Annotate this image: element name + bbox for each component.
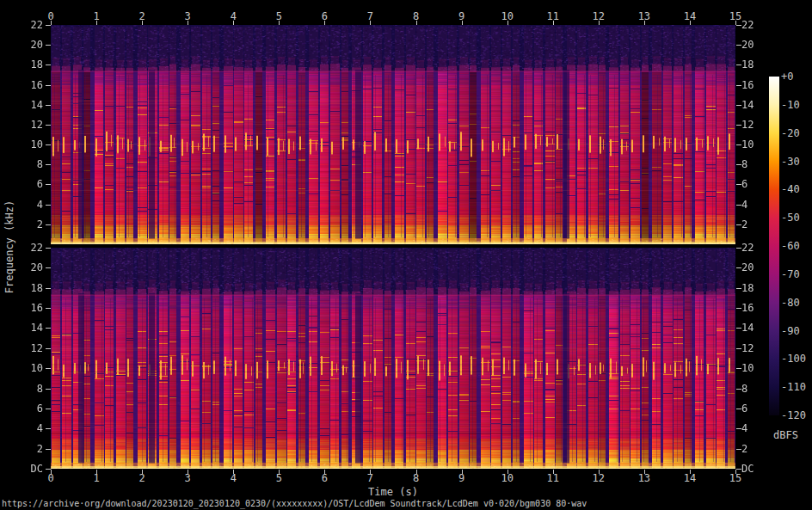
axis-tick (46, 389, 51, 390)
freq-tick-label-right: 18 (741, 59, 754, 70)
axis-tick (599, 21, 600, 25)
freq-tick-label-left: 2 (0, 219, 43, 230)
colorbar-gradient (769, 77, 779, 415)
time-tick-label-bottom: 6 (322, 473, 328, 483)
spectrogram-figure: Frequency (kHz) Time (s) dBFS https://ar… (0, 0, 812, 510)
axis-tick (46, 328, 51, 329)
colorbar-tick-label: -100 (781, 353, 806, 364)
colorbar-tick-label: -120 (781, 410, 806, 421)
freq-dc-label-right: DC (741, 464, 754, 474)
axis-tick (96, 21, 97, 25)
axis-tick (46, 248, 51, 249)
freq-tick-label-right: 16 (741, 80, 754, 90)
axis-tick (46, 267, 51, 268)
axis-tick (51, 21, 52, 25)
freq-tick-label-right: 8 (741, 384, 747, 394)
colorbar-tick-label: +0 (781, 71, 793, 82)
freq-tick-label-right: 4 (741, 200, 747, 210)
freq-tick-label-left: 8 (0, 384, 43, 394)
freq-tick-label-left: 20 (0, 40, 43, 50)
freq-tick-label-left: 22 (0, 20, 43, 30)
time-tick-label-bottom: 14 (684, 473, 696, 483)
axis-tick (46, 368, 51, 369)
axis-tick (46, 449, 51, 450)
freq-tick-label-right: 18 (741, 283, 754, 293)
axis-tick (370, 21, 371, 25)
time-tick-label-bottom: 13 (638, 473, 650, 483)
axis-tick (508, 21, 508, 25)
freq-tick-label-left: 16 (0, 303, 43, 313)
freq-tick-label-right: 10 (741, 363, 754, 373)
axis-tick (46, 409, 51, 409)
axis-tick (46, 25, 51, 26)
colorbar-tick-label: -10 (781, 100, 800, 110)
freq-tick-label-right: 4 (741, 423, 747, 433)
time-tick-label-bottom: 1 (93, 473, 99, 483)
axis-tick (46, 65, 51, 65)
x-axis-title: Time (s) (368, 486, 418, 498)
time-tick-label-bottom: 11 (546, 473, 558, 483)
axis-tick (46, 469, 51, 470)
axis-tick (46, 288, 51, 289)
axis-tick (188, 21, 188, 25)
freq-tick-label-left: 10 (0, 139, 43, 150)
freq-tick-label-left: 4 (0, 423, 43, 433)
axis-tick (462, 21, 463, 25)
colorbar-tick-label: -110 (781, 382, 806, 392)
freq-tick-label-left: 18 (0, 59, 43, 70)
freq-tick-label-right: 20 (741, 262, 754, 273)
freq-dc-label-left: DC (0, 464, 43, 474)
freq-tick-label-left: 14 (0, 323, 43, 333)
time-tick-label-bottom: 7 (367, 473, 373, 483)
freq-tick-label-left: 8 (0, 159, 43, 169)
freq-tick-label-left: 6 (0, 179, 43, 189)
freq-tick-label-left: 2 (0, 444, 43, 454)
freq-tick-label-right: 10 (741, 139, 754, 150)
freq-tick-label-right: 2 (741, 444, 747, 454)
freq-tick-label-left: 14 (0, 100, 43, 110)
axis-tick (46, 125, 51, 126)
freq-tick-label-right: 20 (741, 40, 754, 50)
colorbar-tick-label: -60 (781, 241, 800, 251)
time-tick-label-bottom: 15 (729, 473, 741, 483)
time-tick-label-bottom: 3 (185, 473, 191, 483)
time-tick-label-bottom: 5 (276, 473, 282, 483)
axis-tick (690, 21, 691, 25)
axis-tick (46, 85, 51, 86)
axis-tick (46, 205, 51, 206)
axis-tick (46, 105, 51, 106)
freq-tick-label-right: 14 (741, 100, 754, 110)
time-tick-label-bottom: 8 (413, 473, 419, 483)
axis-tick (46, 184, 51, 185)
time-tick-label-bottom: 0 (47, 473, 53, 483)
time-tick-label-bottom: 12 (593, 473, 605, 483)
axis-tick (46, 144, 51, 145)
axis-tick (46, 224, 51, 225)
freq-tick-label-right: 8 (741, 159, 747, 169)
colorbar-tick-label: -50 (781, 212, 800, 223)
axis-tick (46, 45, 51, 46)
time-tick-label-bottom: 2 (139, 473, 145, 483)
time-tick-label-bottom: 9 (458, 473, 464, 483)
colorbar-tick-label: -30 (781, 157, 800, 167)
freq-tick-label-left: 12 (0, 120, 43, 130)
freq-tick-label-right: 14 (741, 323, 754, 333)
axis-tick (46, 164, 51, 165)
axis-tick (416, 21, 417, 25)
freq-tick-label-right: 22 (741, 20, 754, 30)
freq-tick-label-left: 4 (0, 200, 43, 210)
axis-tick (553, 21, 554, 25)
freq-tick-label-left: 6 (0, 403, 43, 414)
freq-tick-label-right: 2 (741, 219, 747, 230)
axis-tick (142, 21, 143, 25)
colorbar-title: dBFS (773, 429, 798, 441)
colorbar-tick-label: -80 (781, 298, 800, 308)
axis-tick (279, 21, 280, 25)
axis-tick (46, 308, 51, 309)
spectrogram-channel-1 (51, 25, 735, 244)
time-tick-label-bottom: 10 (501, 473, 513, 483)
time-tick-label-bottom: 4 (231, 473, 237, 483)
axis-tick (46, 428, 51, 429)
freq-tick-label-left: 10 (0, 363, 43, 373)
source-url-text: https://archive·org/download/20230120_20… (2, 499, 587, 508)
